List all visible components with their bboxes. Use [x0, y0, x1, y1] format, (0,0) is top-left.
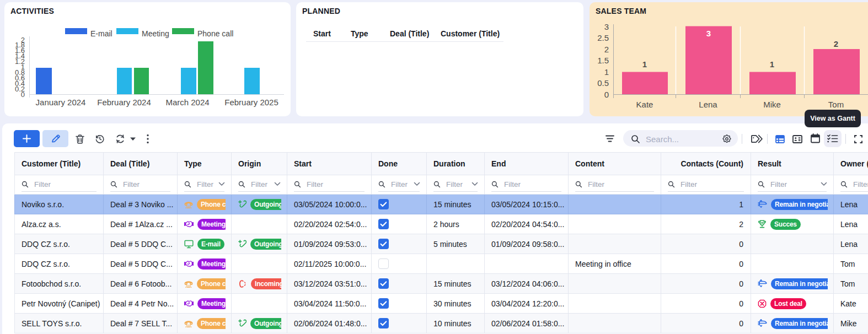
svg-text:0.5: 0.5 [597, 78, 609, 88]
svg-text:E-mail: E-mail [90, 29, 112, 38]
svg-text:0: 0 [21, 90, 25, 99]
svg-text:1.5: 1.5 [597, 56, 609, 65]
svg-text:Phone call: Phone call [197, 29, 233, 38]
svg-text:0: 0 [604, 90, 609, 99]
svg-text:2: 2 [834, 39, 838, 49]
svg-text:March 2024: March 2024 [165, 98, 209, 107]
svg-text:February 2024: February 2024 [97, 98, 151, 107]
svg-text:1: 1 [770, 60, 774, 69]
svg-text:1: 1 [604, 67, 609, 77]
svg-text:3: 3 [706, 29, 711, 38]
svg-text:Lena: Lena [699, 100, 717, 109]
svg-text:Mike: Mike [763, 100, 781, 109]
svg-text:2: 2 [604, 45, 609, 54]
svg-text:1: 1 [642, 60, 647, 69]
svg-text:3: 3 [604, 22, 609, 31]
svg-text:January 2024: January 2024 [36, 98, 86, 107]
svg-text:Kate: Kate [636, 100, 653, 109]
svg-text:2.5: 2.5 [597, 33, 609, 42]
svg-text:Meeting: Meeting [142, 29, 169, 38]
svg-text:Tom: Tom [828, 100, 844, 109]
svg-text:February 2025: February 2025 [224, 98, 278, 107]
